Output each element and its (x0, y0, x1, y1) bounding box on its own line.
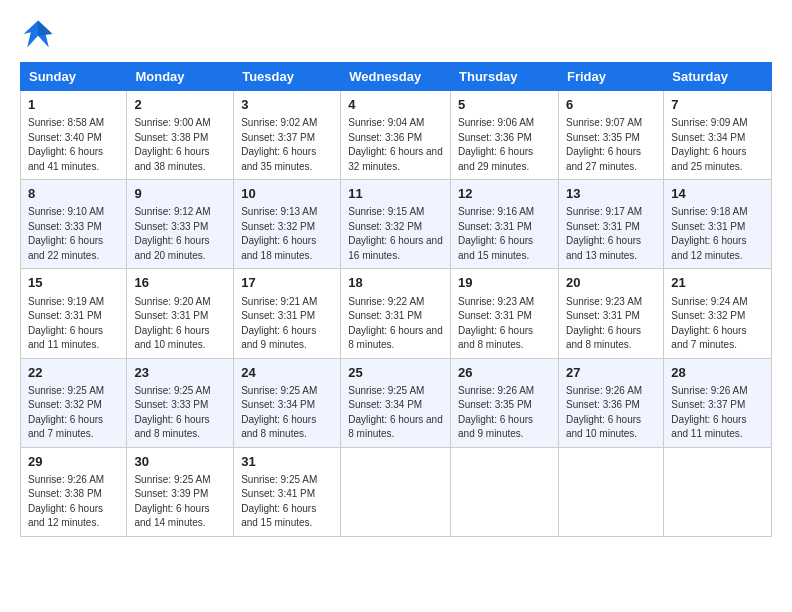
day-cell: 19Sunrise: 9:23 AMSunset: 3:31 PMDayligh… (451, 269, 559, 358)
week-row-3: 15Sunrise: 9:19 AMSunset: 3:31 PMDayligh… (21, 269, 772, 358)
day-number: 28 (671, 364, 764, 382)
day-cell: 4Sunrise: 9:04 AMSunset: 3:36 PMDaylight… (341, 91, 451, 180)
day-number: 15 (28, 274, 119, 292)
day-info: Sunrise: 9:17 AMSunset: 3:31 PMDaylight:… (566, 205, 656, 263)
day-cell: 2Sunrise: 9:00 AMSunset: 3:38 PMDaylight… (127, 91, 234, 180)
day-number: 12 (458, 185, 551, 203)
day-cell: 24Sunrise: 9:25 AMSunset: 3:34 PMDayligh… (234, 358, 341, 447)
day-number: 8 (28, 185, 119, 203)
day-cell: 11Sunrise: 9:15 AMSunset: 3:32 PMDayligh… (341, 180, 451, 269)
day-number: 5 (458, 96, 551, 114)
week-row-2: 8Sunrise: 9:10 AMSunset: 3:33 PMDaylight… (21, 180, 772, 269)
day-number: 9 (134, 185, 226, 203)
calendar-table: SundayMondayTuesdayWednesdayThursdayFrid… (20, 62, 772, 537)
day-info: Sunrise: 9:23 AMSunset: 3:31 PMDaylight:… (458, 295, 551, 353)
day-info: Sunrise: 9:00 AMSunset: 3:38 PMDaylight:… (134, 116, 226, 174)
day-info: Sunrise: 9:10 AMSunset: 3:33 PMDaylight:… (28, 205, 119, 263)
day-info: Sunrise: 9:26 AMSunset: 3:38 PMDaylight:… (28, 473, 119, 531)
day-info: Sunrise: 9:15 AMSunset: 3:32 PMDaylight:… (348, 205, 443, 263)
day-info: Sunrise: 9:02 AMSunset: 3:37 PMDaylight:… (241, 116, 333, 174)
day-info: Sunrise: 9:06 AMSunset: 3:36 PMDaylight:… (458, 116, 551, 174)
day-cell: 21Sunrise: 9:24 AMSunset: 3:32 PMDayligh… (664, 269, 772, 358)
day-cell (341, 447, 451, 536)
col-header-sunday: Sunday (21, 63, 127, 91)
header (20, 16, 772, 52)
day-cell: 18Sunrise: 9:22 AMSunset: 3:31 PMDayligh… (341, 269, 451, 358)
day-cell: 14Sunrise: 9:18 AMSunset: 3:31 PMDayligh… (664, 180, 772, 269)
day-number: 7 (671, 96, 764, 114)
svg-marker-1 (38, 21, 52, 36)
day-cell: 30Sunrise: 9:25 AMSunset: 3:39 PMDayligh… (127, 447, 234, 536)
day-cell: 13Sunrise: 9:17 AMSunset: 3:31 PMDayligh… (558, 180, 663, 269)
day-info: Sunrise: 9:18 AMSunset: 3:31 PMDaylight:… (671, 205, 764, 263)
day-number: 20 (566, 274, 656, 292)
day-number: 1 (28, 96, 119, 114)
page: SundayMondayTuesdayWednesdayThursdayFrid… (0, 0, 792, 612)
day-cell: 3Sunrise: 9:02 AMSunset: 3:37 PMDaylight… (234, 91, 341, 180)
day-info: Sunrise: 9:26 AMSunset: 3:35 PMDaylight:… (458, 384, 551, 442)
day-number: 30 (134, 453, 226, 471)
day-number: 3 (241, 96, 333, 114)
day-info: Sunrise: 9:26 AMSunset: 3:37 PMDaylight:… (671, 384, 764, 442)
col-header-tuesday: Tuesday (234, 63, 341, 91)
day-cell: 9Sunrise: 9:12 AMSunset: 3:33 PMDaylight… (127, 180, 234, 269)
day-info: Sunrise: 9:12 AMSunset: 3:33 PMDaylight:… (134, 205, 226, 263)
header-row: SundayMondayTuesdayWednesdayThursdayFrid… (21, 63, 772, 91)
day-info: Sunrise: 9:25 AMSunset: 3:34 PMDaylight:… (348, 384, 443, 442)
day-number: 2 (134, 96, 226, 114)
day-number: 6 (566, 96, 656, 114)
day-info: Sunrise: 9:25 AMSunset: 3:33 PMDaylight:… (134, 384, 226, 442)
logo-icon (20, 16, 56, 52)
day-cell: 6Sunrise: 9:07 AMSunset: 3:35 PMDaylight… (558, 91, 663, 180)
day-number: 4 (348, 96, 443, 114)
day-info: Sunrise: 9:25 AMSunset: 3:32 PMDaylight:… (28, 384, 119, 442)
day-cell (558, 447, 663, 536)
day-cell: 31Sunrise: 9:25 AMSunset: 3:41 PMDayligh… (234, 447, 341, 536)
day-cell: 22Sunrise: 9:25 AMSunset: 3:32 PMDayligh… (21, 358, 127, 447)
day-info: Sunrise: 9:20 AMSunset: 3:31 PMDaylight:… (134, 295, 226, 353)
day-cell: 20Sunrise: 9:23 AMSunset: 3:31 PMDayligh… (558, 269, 663, 358)
day-number: 13 (566, 185, 656, 203)
day-number: 14 (671, 185, 764, 203)
day-cell (664, 447, 772, 536)
day-number: 27 (566, 364, 656, 382)
day-info: Sunrise: 9:21 AMSunset: 3:31 PMDaylight:… (241, 295, 333, 353)
day-number: 31 (241, 453, 333, 471)
day-number: 22 (28, 364, 119, 382)
day-number: 24 (241, 364, 333, 382)
day-info: Sunrise: 9:09 AMSunset: 3:34 PMDaylight:… (671, 116, 764, 174)
col-header-thursday: Thursday (451, 63, 559, 91)
week-row-4: 22Sunrise: 9:25 AMSunset: 3:32 PMDayligh… (21, 358, 772, 447)
day-number: 29 (28, 453, 119, 471)
day-info: Sunrise: 8:58 AMSunset: 3:40 PMDaylight:… (28, 116, 119, 174)
day-cell: 27Sunrise: 9:26 AMSunset: 3:36 PMDayligh… (558, 358, 663, 447)
day-cell: 17Sunrise: 9:21 AMSunset: 3:31 PMDayligh… (234, 269, 341, 358)
day-info: Sunrise: 9:25 AMSunset: 3:39 PMDaylight:… (134, 473, 226, 531)
day-number: 10 (241, 185, 333, 203)
col-header-wednesday: Wednesday (341, 63, 451, 91)
day-info: Sunrise: 9:26 AMSunset: 3:36 PMDaylight:… (566, 384, 656, 442)
day-number: 17 (241, 274, 333, 292)
day-number: 21 (671, 274, 764, 292)
day-cell (451, 447, 559, 536)
day-info: Sunrise: 9:24 AMSunset: 3:32 PMDaylight:… (671, 295, 764, 353)
day-cell: 28Sunrise: 9:26 AMSunset: 3:37 PMDayligh… (664, 358, 772, 447)
day-info: Sunrise: 9:23 AMSunset: 3:31 PMDaylight:… (566, 295, 656, 353)
day-cell: 5Sunrise: 9:06 AMSunset: 3:36 PMDaylight… (451, 91, 559, 180)
day-info: Sunrise: 9:22 AMSunset: 3:31 PMDaylight:… (348, 295, 443, 353)
day-cell: 10Sunrise: 9:13 AMSunset: 3:32 PMDayligh… (234, 180, 341, 269)
day-info: Sunrise: 9:25 AMSunset: 3:34 PMDaylight:… (241, 384, 333, 442)
day-cell: 15Sunrise: 9:19 AMSunset: 3:31 PMDayligh… (21, 269, 127, 358)
day-info: Sunrise: 9:19 AMSunset: 3:31 PMDaylight:… (28, 295, 119, 353)
day-cell: 26Sunrise: 9:26 AMSunset: 3:35 PMDayligh… (451, 358, 559, 447)
day-cell: 16Sunrise: 9:20 AMSunset: 3:31 PMDayligh… (127, 269, 234, 358)
day-info: Sunrise: 9:07 AMSunset: 3:35 PMDaylight:… (566, 116, 656, 174)
day-cell: 7Sunrise: 9:09 AMSunset: 3:34 PMDaylight… (664, 91, 772, 180)
day-number: 25 (348, 364, 443, 382)
day-number: 26 (458, 364, 551, 382)
day-info: Sunrise: 9:13 AMSunset: 3:32 PMDaylight:… (241, 205, 333, 263)
day-cell: 1Sunrise: 8:58 AMSunset: 3:40 PMDaylight… (21, 91, 127, 180)
col-header-monday: Monday (127, 63, 234, 91)
week-row-5: 29Sunrise: 9:26 AMSunset: 3:38 PMDayligh… (21, 447, 772, 536)
week-row-1: 1Sunrise: 8:58 AMSunset: 3:40 PMDaylight… (21, 91, 772, 180)
